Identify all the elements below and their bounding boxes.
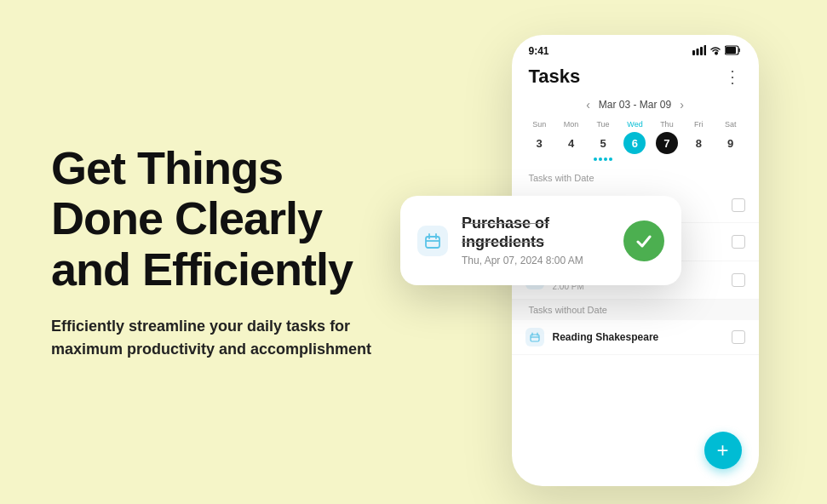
day-sun[interactable]: Sun 3 bbox=[525, 120, 554, 161]
task-row-shakespeare[interactable]: Reading Shakespeare bbox=[512, 320, 759, 355]
main-headline: Get Things Done Clearly and Efficiently bbox=[51, 143, 383, 295]
sub-text: Efficiently streamline your daily tasks … bbox=[51, 315, 375, 361]
next-week-icon[interactable]: › bbox=[680, 98, 684, 112]
svg-rect-3 bbox=[704, 45, 706, 55]
popup-title: Purchase of ingredients bbox=[462, 215, 610, 251]
status-icons bbox=[692, 45, 742, 57]
popup-check-icon[interactable] bbox=[623, 220, 664, 261]
left-section: Get Things Done Clearly and Efficiently … bbox=[0, 100, 426, 404]
wifi-icon bbox=[709, 45, 721, 57]
signal-icon bbox=[692, 45, 706, 57]
tue-dots bbox=[594, 158, 612, 161]
svg-rect-2 bbox=[700, 47, 703, 55]
popup-content: Purchase of ingredients Thu, Apr 07, 202… bbox=[462, 215, 610, 266]
svg-rect-1 bbox=[696, 49, 698, 55]
task-checkbox-shakespeare[interactable] bbox=[732, 330, 745, 344]
app-title: Tasks bbox=[529, 66, 581, 88]
section-without-date-label: Tasks without Date bbox=[512, 300, 759, 320]
task-checkbox-balloon[interactable] bbox=[732, 273, 745, 287]
status-bar: 9:41 bbox=[512, 35, 759, 62]
svg-rect-22 bbox=[426, 237, 439, 248]
popup-card: Purchase of ingredients Thu, Apr 07, 202… bbox=[400, 196, 681, 285]
day-sat[interactable]: Sat 9 bbox=[716, 120, 745, 161]
app-header: Tasks ⋮ bbox=[512, 62, 759, 94]
menu-dots-icon[interactable]: ⋮ bbox=[724, 66, 742, 87]
week-range-label: Mar 03 - Mar 09 bbox=[599, 99, 671, 111]
day-thu[interactable]: Thu 7 bbox=[652, 120, 681, 161]
svg-rect-5 bbox=[726, 47, 736, 54]
task-icon-shakespeare bbox=[525, 328, 544, 346]
day-mon[interactable]: Mon 4 bbox=[557, 120, 586, 161]
battery-icon bbox=[725, 45, 742, 57]
task-info-shakespeare: Reading Shakespeare bbox=[553, 331, 723, 343]
prev-week-icon[interactable]: ‹ bbox=[586, 98, 590, 112]
day-wed[interactable]: Wed 6 bbox=[620, 120, 649, 161]
task-checkbox-birthday[interactable] bbox=[732, 198, 745, 212]
right-section: 9:41 Tasks ⋮ ‹ Mar 03 - Mar 09 › bbox=[426, 0, 827, 504]
day-fri[interactable]: Fri 8 bbox=[684, 120, 713, 161]
task-checkbox-ribbons[interactable] bbox=[732, 235, 745, 249]
week-nav: ‹ Mar 03 - Mar 09 › bbox=[512, 94, 759, 115]
fab-add-button[interactable]: + bbox=[704, 432, 742, 469]
popup-subtitle: Thu, Apr 07, 2024 8:00 AM bbox=[462, 255, 610, 266]
day-tue[interactable]: Tue 5 bbox=[589, 120, 617, 161]
svg-rect-0 bbox=[692, 50, 695, 55]
status-time: 9:41 bbox=[529, 45, 549, 57]
section-with-date-label: Tasks with Date bbox=[512, 168, 759, 188]
popup-task-icon bbox=[417, 226, 448, 256]
shakespeare-task-name: Reading Shakespeare bbox=[553, 331, 723, 343]
days-row: Sun 3 Mon 4 Tue 5 Wed bbox=[512, 115, 759, 168]
